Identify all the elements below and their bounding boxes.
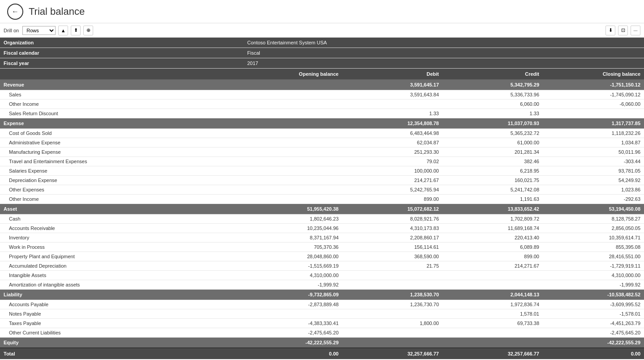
category-value: 53,194,450.08 <box>543 204 644 214</box>
total-value: 32,257,666.77 <box>342 348 442 359</box>
cell-debit: 1,800.00 <box>342 319 442 328</box>
trial-balance-table: Organization Contoso Entertainment Syste… <box>0 38 644 359</box>
download-button[interactable]: ⬇ <box>605 26 615 35</box>
cell-credit <box>442 271 543 280</box>
more-options-button[interactable]: ··· <box>631 26 640 35</box>
cell-opening <box>242 138 342 147</box>
cell-name: Other Current Liabilities <box>0 328 242 338</box>
table-row: Other Income899.001,191.63-292.63 <box>0 195 644 204</box>
org-value: Contoso Entertainment System USA <box>242 38 644 48</box>
cell-credit: 1,702,809.72 <box>442 214 543 224</box>
cell-name: Accounts Payable <box>0 300 242 309</box>
table-row: Work in Process705,370.36156,114.616,089… <box>0 243 644 252</box>
table-row: Property Plant and Equipment28,048,860.0… <box>0 252 644 261</box>
table-row: Cash1,802,646.238,028,921.761,702,809.72… <box>0 214 644 224</box>
cell-name: Sales Return Discount <box>0 109 242 118</box>
drill-on-select[interactable]: Rows Columns <box>22 26 56 35</box>
page-title: Trial balance <box>29 6 85 17</box>
cell-name: Work in Process <box>0 243 242 252</box>
table-row: Amortization of intangible assets-1,999.… <box>0 280 644 290</box>
back-button[interactable]: ← <box>7 4 23 20</box>
cell-closing: -1,745,090.12 <box>543 90 644 100</box>
cell-debit: 368,590.00 <box>342 252 442 261</box>
cell-closing <box>543 109 644 118</box>
cell-opening <box>242 166 342 176</box>
cell-debit: 3,591,643.84 <box>342 90 442 100</box>
category-value <box>342 338 442 348</box>
cell-credit: 160,021.75 <box>442 176 543 185</box>
cell-credit: 11,689,168.74 <box>442 224 543 233</box>
cell-closing: 54,249.92 <box>543 176 644 185</box>
total-value: 0.00 <box>242 348 342 359</box>
cell-credit: 5,241,742.08 <box>442 185 543 195</box>
cell-closing: 50,011.96 <box>543 147 644 157</box>
total-value: 0.00 <box>543 348 644 359</box>
category-value: 1,238,530.70 <box>342 290 442 300</box>
category-name: Liability <box>0 290 242 300</box>
category-row: Asset51,955,420.3815,072,682.1213,833,65… <box>0 204 644 214</box>
drill-expand-button[interactable]: ⬆ <box>71 26 81 35</box>
col-opening-header: Opening balance <box>242 69 342 80</box>
cell-credit: 61,000.00 <box>442 138 543 147</box>
table-row: Travel and Entertainment Expenses79.0238… <box>0 157 644 166</box>
cell-closing: 855,395.08 <box>543 243 644 252</box>
cell-closing: -303.44 <box>543 157 644 166</box>
focus-button[interactable]: ⊡ <box>618 26 628 35</box>
table-row: Accounts Receivable10,235,044.964,310,17… <box>0 224 644 233</box>
category-value: 11,037,070.93 <box>442 118 543 129</box>
table-row: Sales Return Discount1.331.33 <box>0 109 644 118</box>
fiscal-calendar-row: Fiscal calendar Fiscal <box>0 48 644 58</box>
cell-name: Intangible Assets <box>0 271 242 280</box>
cell-opening: 10,235,044.96 <box>242 224 342 233</box>
total-label: Total <box>0 348 242 359</box>
cell-closing: -2,475,645.20 <box>543 328 644 338</box>
table-row: Intangible Assets4,310,000.004,310,000.0… <box>0 271 644 280</box>
cell-opening: 4,310,000.00 <box>242 271 342 280</box>
cell-name: Inventory <box>0 233 242 243</box>
cell-name: Administrative Expense <box>0 138 242 147</box>
cell-credit <box>442 280 543 290</box>
cell-opening: -1,515,669.19 <box>242 261 342 271</box>
cell-opening <box>242 109 342 118</box>
drill-all-button[interactable]: ⊕ <box>83 26 93 35</box>
table-container: Organization Contoso Entertainment Syste… <box>0 38 644 360</box>
col-name-header <box>0 69 242 80</box>
cell-debit: 21.75 <box>342 261 442 271</box>
table-row: Administrative Expense62,034.8761,000.00… <box>0 138 644 147</box>
cell-name: Travel and Entertainment Expenses <box>0 157 242 166</box>
cell-name: Other Expenses <box>0 185 242 195</box>
cell-name: Accumulated Depreciation <box>0 261 242 271</box>
cell-credit: 5,336,733.96 <box>442 90 543 100</box>
cell-opening <box>242 309 342 319</box>
category-value: -1,751,150.12 <box>543 80 644 90</box>
cell-credit: 6,060.00 <box>442 100 543 109</box>
cell-debit: 1,236,730.70 <box>342 300 442 309</box>
category-row: Revenue3,591,645.175,342,795.29-1,751,15… <box>0 80 644 90</box>
toolbar-right: ⬇ ⊡ ··· <box>605 26 640 35</box>
cell-closing: -1,729,919.11 <box>543 261 644 271</box>
table-row: Accumulated Depreciation-1,515,669.1921.… <box>0 261 644 271</box>
cell-credit: 69,733.38 <box>442 319 543 328</box>
cell-closing: 28,416,551.00 <box>543 252 644 261</box>
cell-opening <box>242 129 342 138</box>
drill-up-button[interactable]: ▲ <box>58 26 68 35</box>
category-value: -42,222,555.29 <box>543 338 644 348</box>
cell-closing: -1,578.01 <box>543 309 644 319</box>
category-value: 12,354,808.78 <box>342 118 442 129</box>
cell-closing: 8,128,758.27 <box>543 214 644 224</box>
category-value <box>242 118 342 129</box>
category-row: Equity-42,222,555.29-42,222,555.29 <box>0 338 644 348</box>
category-name: Revenue <box>0 80 242 90</box>
cell-debit <box>342 328 442 338</box>
table-row: Other Income6,060.00-6,060.00 <box>0 100 644 109</box>
cell-opening <box>242 195 342 204</box>
cell-opening <box>242 157 342 166</box>
cell-debit: 156,114.61 <box>342 243 442 252</box>
fiscal-calendar-value: Fiscal <box>242 48 644 58</box>
category-value: 15,072,682.12 <box>342 204 442 214</box>
category-value: 13,833,652.42 <box>442 204 543 214</box>
table-row: Salaries Expense100,000.006,218.9593,781… <box>0 166 644 176</box>
table-row: Depreciation Expense214,271.67160,021.75… <box>0 176 644 185</box>
table-row: Taxes Payable-4,383,330.411,800.0069,733… <box>0 319 644 328</box>
cell-closing: -4,451,263.79 <box>543 319 644 328</box>
